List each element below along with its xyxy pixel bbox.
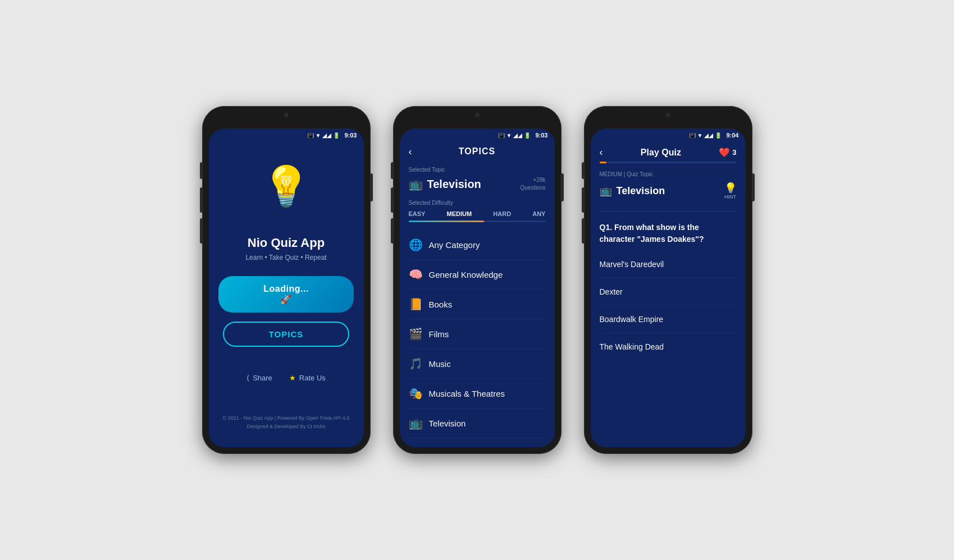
topic-icon-general: 🧠 [409, 268, 422, 281]
silent-button-2 [391, 218, 393, 244]
answer-option-1[interactable]: Marvel's Daredevil [600, 251, 737, 278]
home-content: 💡 Nio Quiz App Learn • Take Quiz • Repea… [209, 141, 364, 447]
bulb-icon: 💡 [262, 163, 311, 209]
quiz-topic-section: MEDIUM | Quiz Topic 📺 Television 💡 HINT [591, 169, 746, 206]
difficulty-label: Selected Difficulty [409, 200, 546, 206]
questions-count: +28kQuestions [520, 176, 545, 192]
star-icon: ★ [289, 374, 296, 382]
volume-down-button-2 [391, 187, 393, 213]
topic-name-music: Music [429, 359, 451, 369]
rate-button[interactable]: ★ Rate Us [289, 374, 326, 382]
hint-label: HINT [724, 194, 736, 200]
home-footer: © 2021 - Nio Quiz App | Powered By Open … [223, 414, 350, 430]
topic-item-books[interactable]: 📙 Books [409, 290, 546, 319]
wifi-icon: ▼ [316, 132, 321, 139]
selected-topic-section: Selected Topic 📺 Television +28kQuestion… [400, 162, 555, 194]
topic-name-any: Any Category [429, 240, 480, 250]
answer-options: Marvel's Daredevil Dexter Boardwalk Empi… [591, 251, 746, 360]
volume-down-button-3 [582, 187, 584, 213]
topic-item-musicals[interactable]: 🎭 Musicals & Theatres [409, 379, 546, 408]
topics-button[interactable]: TOPICS [223, 322, 350, 347]
answer-option-4[interactable]: The Walking Dead [600, 333, 737, 360]
phone-1: 📳 ▼ ◢◢ 🔋 9:03 💡 Nio Quiz App Learn • Tak… [202, 106, 371, 454]
camera-2 [475, 113, 480, 117]
volume-down-button [200, 187, 202, 213]
status-bar-1: 📳 ▼ ◢◢ 🔋 9:03 [209, 128, 364, 141]
quiz-topic-name: 📺 Television [600, 185, 665, 197]
quiz-topic-meta: MEDIUM | Quiz Topic [600, 171, 737, 177]
topic-item-videogames[interactable]: 🎮 Video Games [409, 438, 546, 447]
answer-option-2[interactable]: Dexter [600, 278, 737, 306]
share-button[interactable]: ⟨ Share [247, 374, 272, 382]
status-bar-2: 📳 ▼ ◢◢ 🔋 9:03 [400, 128, 555, 141]
loading-button[interactable]: Loading... 🚀 [218, 276, 354, 313]
difficulty-bar [409, 221, 546, 222]
topic-item-music[interactable]: 🎵 Music [409, 349, 546, 379]
topic-item-television[interactable]: 📺 Television [409, 408, 546, 438]
topic-icon-any: 🌐 [409, 238, 422, 251]
topic-icon-musicals: 🎭 [409, 387, 422, 400]
volume-up-button-3 [582, 162, 584, 179]
diff-any[interactable]: ANY [532, 210, 545, 217]
selected-topic-name: 📺 Television [409, 177, 481, 191]
vibrate-icon-2: 📳 [498, 132, 505, 139]
topic-item-general[interactable]: 🧠 General Knowledge [409, 260, 546, 290]
home-middle: Nio Quiz App Learn • Take Quiz • Repeat … [218, 236, 354, 347]
app-subtitle: Learn • Take Quiz • Repeat [245, 254, 326, 261]
share-icon: ⟨ [247, 374, 249, 382]
screen-2: 📳 ▼ ◢◢ 🔋 9:03 ‹ TOPICS Selected Topic 📺 … [400, 128, 555, 447]
answer-option-3[interactable]: Boardwalk Empire [600, 306, 737, 333]
power-button [371, 173, 373, 201]
status-icons-1: 📳 ▼ ◢◢ 🔋 [307, 132, 340, 139]
share-label: Share [253, 374, 272, 382]
quiz-topic-icon: 📺 [600, 185, 612, 197]
silent-button [200, 218, 202, 244]
battery-icon-3: 🔋 [715, 132, 722, 139]
status-icons-2: 📳 ▼ ◢◢ 🔋 [498, 132, 531, 139]
screen-3: 📳 ▼ ◢◢ 🔋 9:04 ‹ Play Quiz ❤️ 3 MEDIUM | … [591, 128, 746, 447]
phone-3: 📳 ▼ ◢◢ 🔋 9:04 ‹ Play Quiz ❤️ 3 MEDIUM | … [584, 106, 752, 454]
selected-topic-icon: 📺 [409, 177, 423, 191]
footer-line1: © 2021 - Nio Quiz App | Powered By Open … [223, 414, 350, 422]
topic-name-musicals: Musicals & Theatres [429, 389, 505, 398]
quiz-progress-bar [600, 162, 737, 163]
silent-button-3 [582, 218, 584, 244]
topic-icon-music: 🎵 [409, 357, 422, 370]
quiz-header: ‹ Play Quiz ❤️ 3 [591, 141, 746, 162]
app-title: Nio Quiz App [248, 236, 325, 250]
quiz-title: Play Quiz [603, 148, 719, 158]
back-button-2[interactable]: ‹ [409, 146, 412, 158]
diff-medium[interactable]: MEDIUM [447, 210, 472, 217]
battery-icon: 🔋 [333, 132, 340, 139]
power-button-3 [752, 173, 755, 201]
topic-item-films[interactable]: 🎬 Films [409, 319, 546, 349]
hint-button[interactable]: 💡 HINT [724, 182, 737, 200]
speaker [270, 120, 303, 124]
phone-2: 📳 ▼ ◢◢ 🔋 9:03 ‹ TOPICS Selected Topic 📺 … [393, 106, 562, 454]
topics-header: ‹ TOPICS [400, 141, 555, 162]
time-display-3: 9:04 [726, 132, 738, 139]
topic-icon-television: 📺 [409, 416, 422, 430]
home-actions: ⟨ Share ★ Rate Us [247, 374, 326, 382]
footer-line2: Designed & Developed By Ct tricks [223, 423, 350, 430]
screen-1: 📳 ▼ ◢◢ 🔋 9:03 💡 Nio Quiz App Learn • Tak… [209, 128, 364, 447]
quiz-topic-row: 📺 Television 💡 HINT [600, 182, 737, 200]
hint-icon: 💡 [724, 182, 737, 194]
vibrate-icon-3: 📳 [689, 132, 696, 139]
topic-item-any[interactable]: 🌐 Any Category [409, 230, 546, 260]
topic-icon-films: 🎬 [409, 327, 422, 341]
wifi-icon-2: ▼ [506, 132, 512, 139]
topic-name-books: Books [429, 300, 453, 309]
topic-name-general: General Knowledge [429, 270, 503, 279]
status-icons-3: 📳 ▼ ◢◢ 🔋 [689, 132, 722, 139]
battery-icon-2: 🔋 [524, 132, 531, 139]
diff-hard[interactable]: HARD [493, 210, 511, 217]
difficulty-row: EASY MEDIUM HARD ANY [409, 210, 546, 217]
vibrate-icon: 📳 [307, 132, 314, 139]
diff-easy[interactable]: EASY [409, 210, 426, 217]
quiz-divider [600, 211, 737, 212]
heart-icon: ❤️ [719, 147, 730, 158]
signal-icon-2: ◢◢ [513, 132, 522, 139]
power-button-2 [562, 173, 564, 201]
topics-title: TOPICS [409, 146, 546, 157]
